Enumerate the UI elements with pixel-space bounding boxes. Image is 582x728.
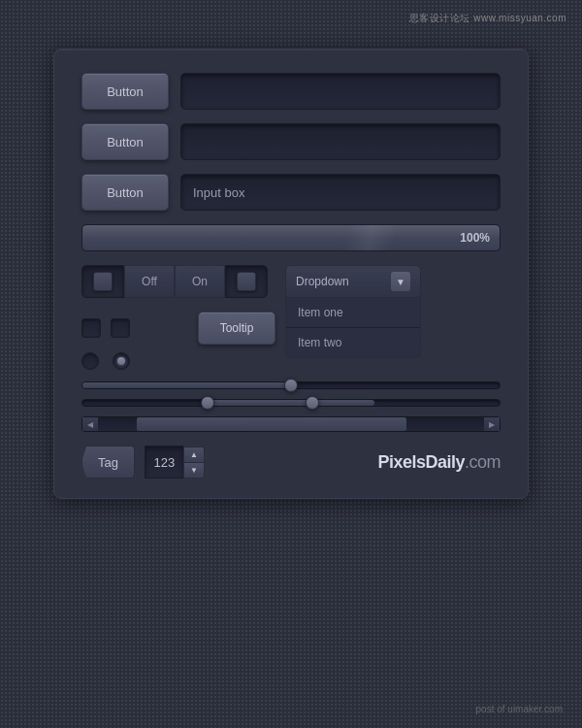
dropdown-item-1[interactable]: Item one bbox=[286, 298, 420, 328]
progress-shine bbox=[312, 225, 429, 250]
scrollbar-track[interactable] bbox=[98, 417, 484, 431]
stepper-input[interactable] bbox=[145, 446, 183, 479]
input-field-2[interactable] bbox=[180, 123, 501, 160]
bottom-row: Tag ▲ ▼ PixelsDaily.com bbox=[81, 446, 501, 479]
brand-tld: .com bbox=[465, 452, 501, 472]
range-slider-track[interactable] bbox=[81, 399, 501, 407]
range-thumb-left[interactable] bbox=[201, 396, 214, 410]
radio-2[interactable] bbox=[113, 352, 130, 370]
stepper-up-button[interactable]: ▲ bbox=[183, 447, 205, 463]
ui-panel: Button Button Button 100% bbox=[53, 49, 529, 499]
scrollbar-arrow-left[interactable]: ◀ bbox=[82, 417, 98, 431]
brand-text: PixelsDaily.com bbox=[377, 452, 501, 473]
scrollbar-container: ◀ ▶ bbox=[81, 416, 501, 432]
checkbox-2[interactable] bbox=[111, 318, 130, 338]
toggle-off-label: Off bbox=[142, 275, 157, 288]
form-row-3: Button bbox=[81, 174, 501, 211]
slider-1-track[interactable] bbox=[81, 381, 501, 389]
toggle-left[interactable] bbox=[81, 265, 124, 298]
slider-1-container bbox=[81, 381, 501, 389]
range-thumb-right[interactable] bbox=[306, 396, 319, 410]
controls-row: Off On Dropdown ▼ Item one Item two bbox=[81, 265, 501, 298]
dropdown-menu: Item one Item two bbox=[285, 298, 421, 358]
radio-dot bbox=[117, 357, 125, 365]
range-slider-fill bbox=[208, 400, 374, 406]
slider-1-thumb[interactable] bbox=[284, 379, 298, 392]
radio-1[interactable] bbox=[81, 352, 99, 370]
toggle-on-label: On bbox=[192, 275, 208, 288]
toggle-switch: Off On bbox=[81, 265, 268, 298]
scrollbar-arrow-right[interactable]: ▶ bbox=[484, 417, 500, 431]
form-row-1: Button bbox=[81, 73, 501, 110]
button-2[interactable]: Button bbox=[81, 123, 169, 160]
tag-button[interactable]: Tag bbox=[81, 446, 135, 479]
toggle-indicator-right bbox=[237, 272, 256, 291]
brand-name: PixelsDaily bbox=[377, 452, 465, 472]
dropdown-button[interactable]: Dropdown ▼ bbox=[285, 265, 421, 298]
form-row-2: Button bbox=[81, 123, 501, 160]
post-credit: post of uimaker.com bbox=[476, 704, 563, 714]
progress-label: 100% bbox=[460, 231, 490, 245]
toggle-right[interactable] bbox=[225, 265, 268, 298]
dropdown-container: Dropdown ▼ Item one Item two bbox=[285, 265, 501, 298]
range-slider-container bbox=[81, 399, 501, 407]
dropdown-label: Dropdown bbox=[296, 275, 349, 288]
progress-bar-container: 100% bbox=[81, 224, 501, 251]
input-field-1[interactable] bbox=[180, 73, 501, 110]
slider-1-fill bbox=[82, 382, 291, 388]
button-1[interactable]: Button bbox=[81, 73, 169, 110]
tooltip-button[interactable]: Tooltip bbox=[198, 312, 275, 345]
button-3[interactable]: Button bbox=[81, 174, 169, 211]
stepper-buttons: ▲ ▼ bbox=[183, 447, 205, 479]
stepper: ▲ ▼ bbox=[145, 446, 205, 479]
input-field-3[interactable] bbox=[180, 174, 501, 211]
toggle-indicator bbox=[93, 272, 113, 291]
checkbox-1[interactable] bbox=[81, 318, 101, 338]
stepper-down-button[interactable]: ▼ bbox=[183, 462, 205, 479]
page-container: 思客设计论坛 www.missyuan.com Button Button Bu… bbox=[0, 0, 582, 728]
dropdown-item-2[interactable]: Item two bbox=[286, 328, 420, 357]
watermark: 思客设计论坛 www.missyuan.com bbox=[409, 12, 566, 25]
toggle-off[interactable]: Off bbox=[124, 265, 175, 298]
dropdown-arrow-icon: ▼ bbox=[391, 272, 410, 291]
toggle-on[interactable]: On bbox=[175, 265, 225, 298]
progress-bar-fill bbox=[82, 225, 500, 250]
tag-label: Tag bbox=[98, 455, 118, 470]
scrollbar-thumb[interactable] bbox=[137, 417, 407, 431]
